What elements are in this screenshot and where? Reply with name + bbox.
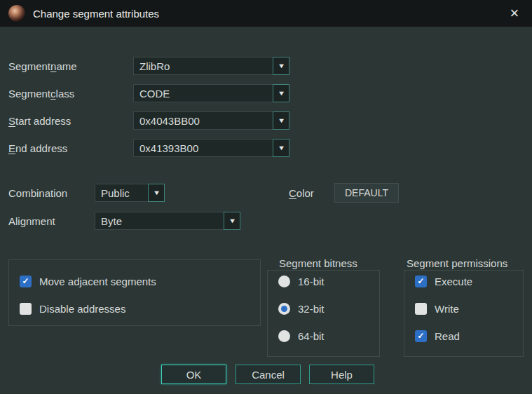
radio-indicator [278, 276, 290, 287]
checkbox-indicator: ✓ [415, 330, 427, 342]
segment-class-label: Segment class [8, 84, 74, 102]
alignment-label: Alignment [8, 212, 55, 230]
segment-class-combo: CODE ▼ [133, 84, 289, 102]
change-segment-attributes-dialog: Change segment attributes × Segment name… [0, 0, 532, 394]
cancel-button[interactable]: Cancel [236, 365, 301, 384]
combination-label: Combination [8, 184, 67, 202]
checkbox-label: Execute [435, 276, 472, 287]
radio-indicator [278, 303, 290, 315]
check-icon: ✓ [417, 276, 424, 286]
segment-name-input[interactable]: ZlibRo [133, 57, 273, 75]
checkbox-indicator: ✓ [415, 303, 427, 315]
chevron-down-icon: ▼ [277, 144, 285, 151]
segment-name-combo: ZlibRo ▼ [133, 57, 289, 75]
segment-name-dropdown-button[interactable]: ▼ [273, 57, 289, 75]
title-bar: Change segment attributes × [0, 0, 532, 27]
checkbox-label: Read [435, 330, 460, 342]
radio-16-bit[interactable]: 16-bit [278, 275, 325, 287]
segment-permissions-group-title: Segment permissions [407, 258, 507, 269]
alignment-input[interactable]: Byte [95, 212, 224, 230]
ok-button[interactable]: OK [161, 365, 226, 384]
radio-label: 32-bit [298, 303, 325, 315]
end-address-combo: 0x41393B00 ▼ [133, 139, 289, 157]
alignment-combo: Byte ▼ [95, 212, 240, 230]
close-icon[interactable]: × [505, 6, 524, 21]
radio-label: 16-bit [298, 276, 325, 287]
chevron-down-icon: ▼ [228, 217, 236, 224]
radio-label: 64-bit [298, 330, 325, 342]
radio-64-bit[interactable]: 64-bit [278, 330, 325, 342]
color-default-button[interactable]: DEFAULT [334, 183, 399, 203]
start-address-combo: 0x4043BB00 ▼ [133, 111, 289, 130]
checkbox-label: Write [435, 303, 459, 315]
combination-input[interactable]: Public [95, 184, 148, 202]
start-address-dropdown-button[interactable]: ▼ [273, 111, 289, 130]
segment-name-label: Segment name [8, 57, 77, 75]
start-address-input[interactable]: 0x4043BB00 [133, 111, 273, 130]
checkbox-indicator: ✓ [20, 276, 32, 287]
dialog-title: Change segment attributes [33, 8, 159, 20]
checkbox-read[interactable]: ✓ Read [415, 330, 460, 342]
radio-indicator [278, 330, 290, 342]
check-icon: ✓ [417, 331, 424, 341]
chevron-down-icon: ▼ [152, 189, 160, 196]
checkbox-indicator: ✓ [415, 276, 427, 287]
chevron-down-icon: ▼ [277, 62, 285, 69]
segment-class-dropdown-button[interactable]: ▼ [273, 84, 289, 102]
chevron-down-icon: ▼ [277, 90, 285, 97]
check-icon: ✓ [22, 276, 29, 286]
checkbox-write[interactable]: ✓ Write [415, 302, 459, 315]
checkbox-label: Move adjacent segments [39, 276, 156, 287]
combination-dropdown-button[interactable]: ▼ [148, 184, 165, 202]
end-address-input[interactable]: 0x41393B00 [133, 139, 273, 157]
end-address-dropdown-button[interactable]: ▼ [273, 139, 289, 157]
app-logo-icon [8, 5, 25, 22]
checkbox-indicator: ✓ [20, 303, 32, 315]
alignment-dropdown-button[interactable]: ▼ [224, 212, 240, 230]
color-label: Color [289, 183, 314, 203]
checkbox-disable-addresses[interactable]: ✓ Disable addresses [20, 302, 125, 315]
radio-32-bit[interactable]: 32-bit [278, 302, 325, 315]
checkbox-move-adjacent-segments[interactable]: ✓ Move adjacent segments [20, 275, 156, 287]
chevron-down-icon: ▼ [277, 117, 285, 124]
help-button[interactable]: Help [309, 365, 374, 384]
combination-combo: Public ▼ [95, 184, 165, 202]
checkbox-execute[interactable]: ✓ Execute [415, 275, 472, 287]
segment-bitness-group-title: Segment bitness [279, 258, 357, 269]
checkbox-label: Disable addresses [39, 303, 125, 315]
start-address-label: Start address [8, 111, 71, 130]
end-address-label: End address [8, 139, 67, 157]
segment-class-input[interactable]: CODE [133, 84, 273, 102]
segment-options-groupbox [8, 259, 261, 326]
